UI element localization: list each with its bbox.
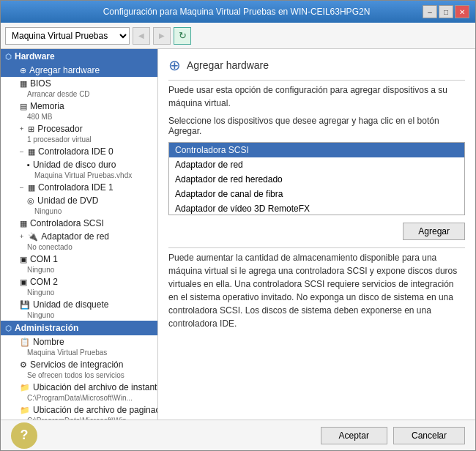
forward-icon: ▶ — [159, 31, 165, 40]
admin-section-label: Administración — [15, 323, 78, 333]
device-list: Controladora SCSI Adaptador de red Adapt… — [168, 142, 465, 215]
add-button-row: Agregar — [168, 223, 465, 240]
sidebar-item-com2[interactable]: ▣ COM 2 — [1, 275, 157, 288]
ide1-expand-icon: – — [20, 184, 23, 191]
sidebar-item-memoria[interactable]: ▤ Memoria — [1, 100, 157, 113]
bios-sub: Arrancar desde CD — [1, 90, 157, 100]
sidebar-item-disquete[interactable]: 💾 Unidad de disquete — [1, 298, 157, 311]
com1-sub: Ninguno — [1, 266, 157, 275]
sidebar: ⬡ Hardware ⊕ Agregar hardware ▦ BIOS Arr… — [1, 49, 158, 420]
hardware-section-header: ⬡ Hardware — [1, 49, 157, 64]
disco-duro-label: Unidad de disco duro — [33, 160, 116, 170]
sidebar-item-servicios[interactable]: ⚙ Servicios de integración — [1, 358, 157, 371]
com2-label: COM 2 — [30, 277, 58, 287]
main-window: Configuración para Maquina Virtual Prueb… — [0, 0, 476, 451]
forward-button[interactable]: ▶ — [153, 27, 171, 45]
sidebar-item-bios[interactable]: ▦ BIOS — [1, 77, 157, 90]
refresh-button[interactable]: ↻ — [174, 27, 191, 45]
ide0-label: Controladora IDE 0 — [38, 146, 114, 157]
sidebar-item-agregar-hardware[interactable]: ⊕ Agregar hardware — [1, 64, 157, 77]
refresh-icon: ↻ — [179, 30, 187, 41]
device-item-fibra[interactable]: Adaptador de canal de fibra — [169, 187, 464, 201]
close-button[interactable]: ✕ — [455, 5, 469, 18]
red-label: Adaptador de red — [41, 231, 109, 242]
sidebar-item-disco-duro[interactable]: ▪ Unidad de disco duro — [1, 158, 157, 171]
panel-instruction: Seleccione los dispositivos que desee ag… — [168, 116, 465, 136]
hardware-section-icon: ⬡ — [5, 53, 12, 61]
servicios-icon: ⚙ — [20, 360, 27, 370]
sidebar-item-controladora-ide-0[interactable]: – ▦ Controladora IDE 0 — [1, 145, 157, 158]
bottom-bar: ? Aceptar Cancelar — [1, 420, 475, 450]
com1-label: COM 1 — [30, 254, 58, 264]
sidebar-item-controladora-ide-1[interactable]: – ▦ Controladora IDE 1 — [1, 181, 157, 194]
memoria-label: Memoria — [30, 101, 64, 111]
ubicacion-archivo-label: Ubicación del archivo de instant... — [33, 382, 157, 392]
sidebar-item-controladora-scsi[interactable]: ▦ Controladora SCSI — [1, 217, 157, 230]
device-video3d-label: Adaptador de vídeo 3D RemoteFX — [175, 204, 310, 214]
add-button[interactable]: Agregar — [403, 223, 465, 240]
disco-duro-icon: ▪ — [27, 160, 30, 169]
ide1-icon: ▦ — [28, 183, 35, 193]
procesador-sub: 1 procesador virtual — [1, 135, 157, 145]
device-item-red-heredado[interactable]: Adaptador de red heredado — [169, 172, 464, 187]
device-item-red[interactable]: Adaptador de red — [169, 157, 464, 172]
device-item-scsi[interactable]: Controladora SCSI — [169, 143, 464, 157]
minimize-button[interactable]: – — [423, 5, 437, 18]
help-button[interactable]: ? — [11, 422, 37, 449]
title-bar: Configuración para Maquina Virtual Prueb… — [1, 1, 475, 23]
main-content: ⬡ Hardware ⊕ Agregar hardware ▦ BIOS Arr… — [1, 49, 475, 420]
toolbar: Maquina Virtual Pruebas ◀ ▶ ↻ — [1, 23, 475, 49]
com2-sub: Ninguno — [1, 288, 157, 298]
nombre-sub: Maquina Virtual Pruebas — [1, 348, 157, 358]
device-red-label: Adaptador de red — [175, 160, 243, 170]
scsi-icon: ▦ — [20, 219, 27, 228]
disquete-label: Unidad de disquete — [33, 299, 108, 310]
maximize-button[interactable]: □ — [439, 5, 453, 18]
device-scsi-label: Controladora SCSI — [175, 145, 249, 155]
back-icon: ◀ — [138, 31, 144, 40]
red-expand-icon: + — [20, 233, 23, 240]
procesador-label: Procesador — [37, 124, 82, 134]
sidebar-item-dvd[interactable]: ◎ Unidad de DVD — [1, 194, 157, 207]
info-divider — [168, 247, 465, 248]
sidebar-item-archivo-paginacion[interactable]: 📁 Ubicación de archivo de paginac... — [1, 403, 157, 417]
memoria-sub: 480 MB — [1, 113, 157, 122]
red-sub: No conectado — [1, 243, 157, 253]
admin-section-header: ⬡ Administración — [1, 321, 157, 335]
hardware-section-label: Hardware — [15, 51, 55, 61]
dvd-label: Unidad de DVD — [37, 195, 98, 206]
procesador-expand-icon: + — [20, 125, 23, 133]
com2-icon: ▣ — [20, 277, 27, 287]
nombre-label: Nombre — [33, 337, 64, 347]
vm-selector[interactable]: Maquina Virtual Pruebas — [5, 27, 130, 45]
servicios-sub: Se ofrecen todos los servicios — [1, 371, 157, 381]
sidebar-item-procesador[interactable]: + ⊞ Procesador — [1, 122, 157, 135]
right-panel: ⊕ Agregar hardware Puede usar esta opció… — [158, 49, 475, 420]
panel-title: Agregar hardware — [187, 59, 269, 71]
ide1-label: Controladora IDE 1 — [38, 182, 114, 193]
window-title: Configuración para Maquina Virtual Prueb… — [51, 7, 423, 17]
red-icon: 🔌 — [28, 232, 38, 242]
sidebar-item-ubicacion-archivo[interactable]: 📁 Ubicación del archivo de instant... — [1, 381, 157, 394]
accept-button[interactable]: Aceptar — [321, 427, 387, 444]
scsi-label: Controladora SCSI — [30, 218, 104, 228]
agregar-hardware-icon: ⊕ — [20, 66, 26, 75]
archivo-paginacion-icon: 📁 — [20, 406, 30, 415]
window-controls: – □ ✕ — [423, 5, 469, 18]
device-fibra-label: Adaptador de canal de fibra — [175, 189, 283, 199]
sidebar-item-nombre[interactable]: 📋 Nombre — [1, 335, 157, 348]
back-button[interactable]: ◀ — [133, 27, 150, 45]
panel-description: Puede usar esta opción de configuración … — [168, 83, 465, 110]
panel-divider — [168, 80, 465, 81]
com1-icon: ▣ — [20, 255, 27, 264]
cancel-button[interactable]: Cancelar — [393, 427, 465, 444]
disquete-sub: Ninguno — [1, 311, 157, 321]
disquete-icon: 💾 — [20, 300, 30, 310]
device-red-heredado-label: Adaptador de red heredado — [175, 174, 283, 184]
dvd-sub: Ninguno — [1, 207, 157, 217]
device-item-video3d[interactable]: Adaptador de vídeo 3D RemoteFX — [169, 201, 464, 216]
disco-duro-sub: Maquina Virtual Pruebas.vhdx — [1, 171, 157, 181]
sidebar-item-com1[interactable]: ▣ COM 1 — [1, 253, 157, 266]
admin-section-icon: ⬡ — [5, 324, 12, 332]
sidebar-item-adaptador-red[interactable]: + 🔌 Adaptador de red — [1, 230, 157, 243]
